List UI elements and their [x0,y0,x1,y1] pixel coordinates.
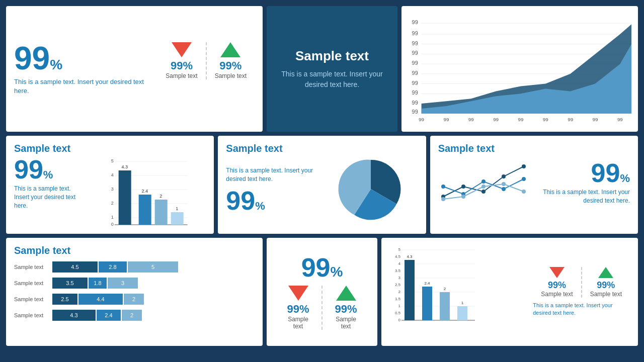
card-r3-2: 99 % 99% Sample text 99% Sample text [267,238,377,346]
svg-text:99: 99 [412,60,418,66]
stacked-seg-light-3: 2 [124,294,144,305]
r2c3-bignum: 99 [591,160,620,186]
mini-line-chart [438,156,529,207]
row3: Sample text Sample text 4.5 2.8 5 Sample… [6,238,638,346]
svg-point-58 [481,179,486,184]
r3c3-arrow-up: 99% Sample text [582,267,630,298]
row1: 99 % This is a sample text. Insert your … [6,6,638,132]
card2-title: Sample text [295,48,369,64]
stacked-seg-dark-1: 4.5 [52,261,98,273]
row2: Sample text 99 % This is a sample text. … [6,136,638,234]
r2c1-desc: This is a sample text. Insert your desir… [14,185,85,210]
area-chart: 99 99 99 99 99 99 99 99 99 99 [406,10,634,128]
pie-chart [338,156,404,222]
card-r2-2: Sample text This is a sample text. Inser… [218,136,426,234]
svg-point-59 [502,187,506,191]
svg-text:0: 0 [398,318,401,322]
svg-point-65 [522,190,526,194]
r3c2-bigpct: % [330,264,343,280]
r3c2-arrowlbl-2: Sample text [331,316,361,330]
svg-text:99: 99 [468,117,474,122]
svg-text:99: 99 [518,117,523,122]
r3c2-arrowlbl-1: Sample text [283,316,313,330]
arrow-percent-2: 99% [219,59,242,72]
bar-chart-r3c3: 5 4.5 4 3.5 3 2.5 2 1.5 1 0.5 0 [389,245,480,335]
arrow-down-icon-r3c3 [549,267,565,278]
r3c2-arrow-up: 99% Sample text [323,286,369,330]
r3c2-arrow-down: 99% Sample text [275,286,323,330]
r3c1-title: Sample text [14,245,255,256]
r2c2-bignum: 99 [226,188,255,214]
svg-point-55 [522,164,526,168]
r3c3-arrowpct-1: 99% [548,280,566,291]
svg-point-52 [461,185,465,189]
svg-text:99: 99 [412,80,418,86]
svg-text:4.5: 4.5 [395,254,401,259]
svg-rect-85 [422,287,432,320]
r3c3-arrow-down: 99% Sample text [533,267,582,298]
svg-point-54 [502,174,506,178]
r3c3-desc: This is a sample text. Insert your desir… [533,302,613,317]
svg-point-63 [481,185,486,189]
svg-text:99: 99 [543,117,548,122]
arrow-down-block-1: 99% Sample text [157,42,206,79]
svg-rect-89 [457,306,467,320]
arrow-up-block-1: 99% Sample text [207,42,255,79]
svg-text:99: 99 [443,117,449,122]
stacked-row-1: Sample text 4.5 2.8 5 [14,261,255,273]
r2c2-bigpct: % [255,200,265,213]
arrow-label-2: Sample text [215,72,247,79]
svg-text:2: 2 [398,290,401,294]
r3c2-arrowpct-1: 99% [287,303,309,316]
svg-text:5: 5 [398,247,401,252]
svg-text:3: 3 [111,187,114,192]
stacked-label-1: Sample text [14,264,49,270]
stacked-row-2: Sample text 3.5 1.8 3 [14,278,255,289]
stacked-seg-dark-2: 3.5 [52,278,88,289]
stacked-label-4: Sample text [14,312,49,318]
svg-text:5: 5 [111,158,114,163]
card-r3-1: Sample text Sample text 4.5 2.8 5 Sample… [6,238,263,346]
svg-text:3: 3 [398,276,401,280]
stacked-row-4: Sample text 4.3 2.4 2 [14,310,255,321]
arrow-label-1: Sample text [166,72,197,79]
svg-rect-49 [171,212,184,225]
svg-text:1: 1 [111,215,114,220]
stacked-seg-dark-3: 2.5 [52,294,77,305]
svg-text:99: 99 [412,50,418,56]
svg-text:4.3: 4.3 [121,164,128,169]
stacked-seg-light-4: 2 [122,310,142,321]
r3c3-arrowlbl-2: Sample text [590,291,622,298]
card2-top-center: Sample text This is a sample text. Inser… [267,6,397,132]
svg-text:2.4: 2.4 [424,281,430,286]
big-number-1: 99 [14,42,50,74]
card2-desc: This is a sample text. Insert your desir… [275,69,389,90]
svg-text:1.5: 1.5 [395,297,401,301]
svg-text:99: 99 [568,117,573,122]
svg-text:0.5: 0.5 [395,311,401,315]
svg-point-61 [441,197,445,201]
svg-point-56 [441,185,445,189]
svg-text:99: 99 [412,70,418,76]
r3c3-arrowlbl-1: Sample text [541,291,573,298]
big-percent-1: % [50,57,62,73]
stacked-label-3: Sample text [14,296,49,302]
stacked-seg-mid-1: 2.8 [99,261,127,273]
svg-point-64 [502,182,506,186]
r2c1-bigpct: % [43,168,53,182]
svg-text:2: 2 [444,287,446,291]
arrow-up-icon-r3c3 [598,267,613,278]
svg-text:99: 99 [412,30,418,36]
r2c3-desc: This is a sample text. Insert your desir… [533,188,630,205]
arrow-down-icon-1 [172,42,192,57]
stacked-seg-light-1: 5 [128,261,178,273]
dashboard: 99 % This is a sample text. Insert your … [6,6,638,356]
arrow-down-icon-r3 [288,286,308,301]
svg-text:2: 2 [111,201,114,206]
svg-rect-45 [139,195,151,225]
r2c3-title: Sample text [438,143,630,154]
svg-text:99: 99 [412,109,418,115]
svg-point-53 [481,190,486,194]
svg-text:4.3: 4.3 [407,254,413,259]
svg-text:99: 99 [412,40,418,46]
